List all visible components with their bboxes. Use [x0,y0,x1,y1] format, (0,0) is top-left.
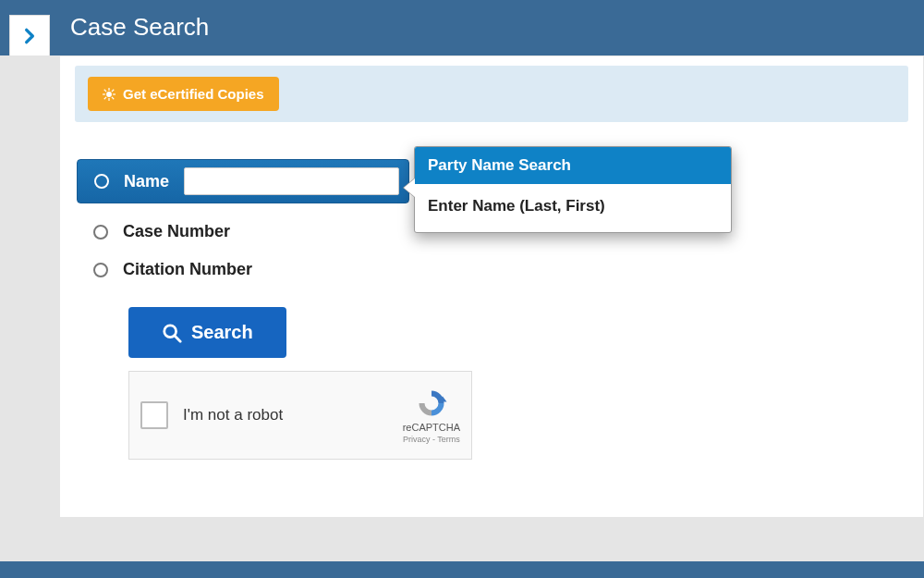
recaptcha-text: I'm not a robot [183,406,388,424]
search-icon [162,323,182,343]
radio-name[interactable] [94,174,109,189]
name-input[interactable] [184,167,399,195]
option-case-number-label: Case Number [123,222,230,241]
page-title: Case Search [70,13,209,42]
recaptcha-brand-col: reCAPTCHA Privacy - Terms [403,387,460,444]
search-button-label: Search [191,322,253,343]
search-button[interactable]: Search [128,307,286,358]
get-ecertified-copies-button[interactable]: Get eCertified Copies [88,77,279,111]
chevron-right-icon [20,24,39,48]
info-strip: Get eCertified Copies [75,66,908,122]
seal-icon [103,88,116,101]
ecert-label: Get eCertified Copies [123,86,264,102]
tooltip-body: Enter Name (Last, First) [415,184,731,232]
recaptcha-legal[interactable]: Privacy - Terms [403,435,460,444]
name-search-tooltip: Party Name Search Enter Name (Last, Firs… [414,146,732,233]
recaptcha-widget: I'm not a robot reCAPTCHA Privacy - Term… [128,371,472,460]
svg-line-8 [104,96,106,98]
svg-line-6 [112,96,114,98]
svg-line-7 [112,89,114,91]
radio-citation-number[interactable] [93,263,108,277]
recaptcha-icon [415,387,448,420]
footer-band [0,561,924,578]
recaptcha-brand: reCAPTCHA [403,422,460,433]
tooltip-title: Party Name Search [415,147,731,184]
search-option-name[interactable]: Name [77,159,409,203]
svg-line-10 [175,335,180,340]
main-panel: Get eCertified Copies Name Case Number C… [59,55,924,518]
option-citation-number-label: Citation Number [123,260,252,279]
search-option-citation-number[interactable]: Citation Number [77,260,906,279]
radio-case-number[interactable] [93,225,108,240]
sidebar-expand-button[interactable] [9,15,50,55]
recaptcha-checkbox[interactable] [140,401,168,429]
svg-line-5 [104,89,106,91]
tooltip-arrow-icon [404,178,415,197]
svg-point-0 [106,92,112,97]
option-name-label: Name [124,172,169,191]
